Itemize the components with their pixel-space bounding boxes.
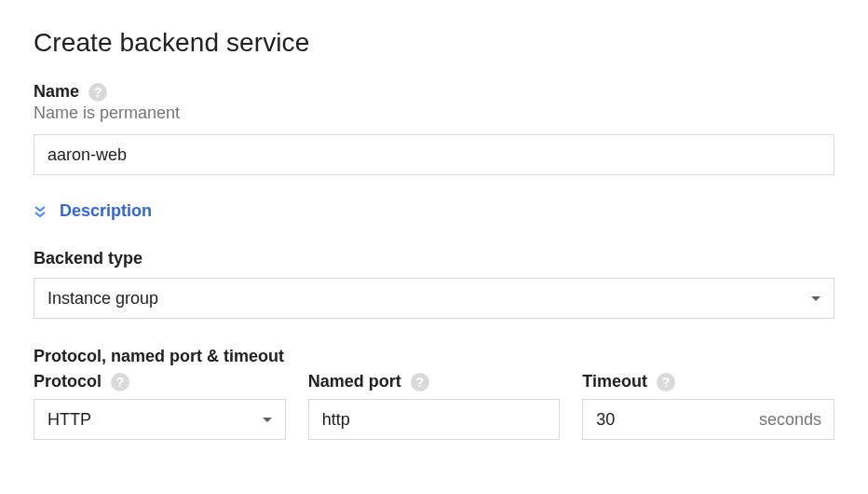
- named-port-label-row: Named port ?: [308, 372, 561, 391]
- name-input[interactable]: [34, 134, 834, 175]
- timeout-input[interactable]: [582, 399, 834, 440]
- page-title: Create backend service: [34, 28, 834, 58]
- name-field-block: Name ? Name is permanent: [34, 82, 834, 175]
- timeout-input-wrap: seconds: [582, 399, 834, 440]
- named-port-label: Named port: [308, 372, 401, 391]
- backend-type-select-wrap: Instance group: [34, 278, 834, 319]
- help-icon[interactable]: ?: [111, 373, 129, 391]
- protocol-row: Protocol ? HTTP Named port ? Timeout ?: [34, 372, 834, 440]
- protocol-label: Protocol: [34, 372, 102, 391]
- name-label: Name: [34, 82, 79, 102]
- protocols-heading: Protocol, named port & timeout: [34, 347, 834, 366]
- backend-type-value: Instance group: [47, 289, 158, 309]
- description-expander[interactable]: Description: [34, 201, 834, 221]
- help-icon[interactable]: ?: [88, 83, 107, 102]
- help-icon[interactable]: ?: [657, 373, 675, 391]
- name-subtext: Name is permanent: [34, 103, 834, 123]
- named-port-col: Named port ?: [308, 372, 561, 440]
- timeout-label-row: Timeout ?: [582, 372, 834, 391]
- description-label: Description: [60, 201, 152, 221]
- timeout-col: Timeout ? seconds: [582, 372, 834, 440]
- name-label-row: Name ?: [34, 82, 834, 102]
- protocol-select-wrap: HTTP: [34, 399, 286, 440]
- help-icon[interactable]: ?: [411, 373, 429, 391]
- protocol-select[interactable]: HTTP: [34, 399, 286, 440]
- chevron-double-down-icon: [34, 205, 47, 218]
- named-port-input[interactable]: [308, 399, 561, 440]
- timeout-label: Timeout: [582, 372, 647, 391]
- backend-type-label: Backend type: [34, 249, 142, 268]
- backend-type-label-row: Backend type: [34, 249, 834, 268]
- protocol-col: Protocol ? HTTP: [34, 372, 286, 440]
- protocol-value: HTTP: [47, 410, 91, 430]
- protocol-label-row: Protocol ?: [34, 372, 286, 391]
- backend-type-block: Backend type Instance group: [34, 249, 834, 319]
- backend-type-select[interactable]: Instance group: [34, 278, 834, 319]
